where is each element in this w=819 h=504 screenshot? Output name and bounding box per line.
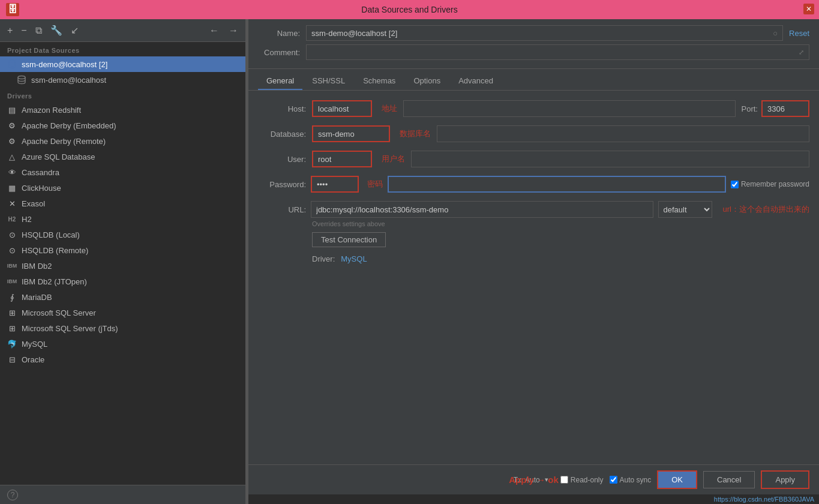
driver-apache-derby-remote[interactable]: ⚙ Apache Derby (Remote) — [0, 133, 245, 149]
datasource-icon-2 — [17, 75, 26, 85]
host-annotation: 地址 — [382, 103, 397, 114]
driver-h2[interactable]: H2 H2 — [0, 211, 245, 227]
driver-hsqldb-remote[interactable]: ⊙ HSQLDB (Remote) — [0, 242, 245, 258]
content-area: Host: 地址 Port: Database: 数据库名 User: — [248, 91, 819, 464]
url-label: URL: — [258, 205, 306, 214]
name-label: Name: — [258, 29, 300, 38]
driver-icon-derby-rem: ⚙ — [7, 136, 17, 146]
port-input[interactable] — [761, 100, 809, 117]
password-row: Password: 密码 Remember password — [258, 176, 809, 193]
driver-cassandra[interactable]: 👁 Cassandra — [0, 164, 245, 180]
add-button[interactable]: + — [5, 24, 15, 37]
user-input[interactable] — [312, 151, 372, 167]
user-row: User: 用户名 — [258, 151, 809, 167]
driver-mysql[interactable]: 🐬 MySQL — [0, 336, 245, 352]
driver-hsqldb-local[interactable]: ⊙ HSQLDB (Local) — [0, 227, 245, 242]
driver-icon-cassandra: 👁 — [7, 167, 17, 177]
password-input[interactable] — [311, 176, 359, 193]
autosync-checkbox[interactable] — [610, 476, 617, 484]
database-extra-input[interactable] — [437, 125, 809, 142]
copy-button[interactable]: ⧉ — [33, 24, 44, 37]
drivers-section: Drivers ▤ Amazon Redshift ⚙ Apache Derby… — [0, 88, 245, 485]
ok-button[interactable]: OK — [657, 470, 697, 489]
password-annotation: 密码 — [367, 179, 383, 190]
host-label: Host: — [258, 104, 306, 113]
user-label: User: — [258, 155, 306, 164]
drivers-section-header: Drivers — [0, 88, 245, 102]
port-label: Port: — [742, 104, 758, 113]
driver-label: Driver: — [312, 254, 335, 263]
driver-ibm-db2[interactable]: IBM IBM Db2 — [0, 258, 245, 274]
port-group: Port: — [742, 100, 809, 117]
driver-icon-hsqldb-local: ⊙ — [7, 230, 17, 239]
driver-exasol[interactable]: ✕ Exasol — [0, 196, 245, 211]
user-extra-input[interactable] — [411, 151, 809, 167]
remove-button[interactable]: − — [19, 24, 29, 37]
import-button[interactable]: ↙ — [68, 23, 81, 37]
tab-sshssl[interactable]: SSH/SSL — [304, 73, 353, 90]
driver-oracle[interactable]: ⊟ Oracle — [0, 352, 245, 367]
project-section-header: Project Data Sources — [0, 42, 245, 56]
host-input[interactable] — [312, 100, 372, 117]
tab-schemas[interactable]: Schemas — [355, 73, 404, 90]
driver-mariadb[interactable]: ∮ MariaDB — [0, 289, 245, 305]
overrides-text: Overrides settings above — [312, 220, 809, 227]
url-input[interactable] — [311, 201, 653, 218]
database-label: Database: — [258, 130, 306, 139]
remember-password-group: Remember password — [731, 180, 809, 188]
close-button[interactable]: ✕ — [803, 4, 814, 14]
driver-ibm-db2-jtopen[interactable]: IBM IBM Db2 (JTOpen) — [0, 274, 245, 289]
url-select[interactable]: default — [658, 201, 712, 218]
remember-password-label: Remember password — [741, 180, 809, 188]
readonly-label: Read-only — [571, 476, 604, 484]
driver-mssql[interactable]: ⊞ Microsoft SQL Server — [0, 305, 245, 320]
datasource-item[interactable]: ssm-demo@localhost — [0, 72, 245, 88]
apply-annotation: Apply → ok — [509, 475, 559, 485]
cancel-button[interactable]: Cancel — [703, 471, 755, 488]
driver-row: Driver: MySQL — [312, 254, 809, 263]
driver-icon-mysql: 🐬 — [7, 339, 17, 349]
action-bar: Apply → ok Tx: Auto ▾ Read-only Auto syn… — [248, 464, 819, 494]
driver-link[interactable]: MySQL — [341, 254, 367, 263]
nav-back-button[interactable]: ← — [207, 24, 221, 37]
datasource-item-selected[interactable]: ssm-demo@localhost [2] — [0, 56, 245, 72]
driver-icon-exasol: ✕ — [7, 199, 17, 208]
host-address-input[interactable] — [403, 100, 736, 117]
help-button[interactable]: ? — [7, 490, 18, 500]
name-input[interactable] — [311, 29, 773, 38]
driver-amazon-redshift[interactable]: ▤ Amazon Redshift — [0, 102, 245, 118]
name-row: Name: ○ Reset — [258, 25, 809, 41]
url-row: URL: default url：这个会自动拼出来的 — [258, 201, 809, 218]
driver-mssql-jtds[interactable]: ⊞ Microsoft SQL Server (jTds) — [0, 320, 245, 336]
password-label: Password: — [258, 180, 306, 189]
driver-icon-derby-emb: ⚙ — [7, 121, 17, 130]
driver-icon-mssql: ⊞ — [7, 308, 17, 317]
apply-button[interactable]: Apply — [761, 470, 809, 489]
driver-icon-redshift: ▤ — [7, 105, 17, 115]
password-main-input[interactable] — [388, 176, 726, 193]
datasource-icon — [7, 59, 17, 69]
test-connection-button[interactable]: Test Connection — [312, 232, 386, 247]
driver-apache-derby-embedded[interactable]: ⚙ Apache Derby (Embedded) — [0, 118, 245, 133]
driver-azure-sql[interactable]: △ Azure SQL Database — [0, 149, 245, 164]
name-expand-icon: ○ — [773, 29, 778, 38]
comment-input[interactable] — [311, 48, 799, 57]
title-bar: 🗄 Data Sources and Drivers ✕ — [0, 0, 819, 19]
driver-clickhouse[interactable]: ▦ ClickHouse — [0, 180, 245, 196]
tab-general[interactable]: General — [258, 73, 302, 90]
driver-icon-mariadb: ∮ — [7, 292, 17, 302]
driver-icon-hsqldb-remote: ⊙ — [7, 245, 17, 255]
readonly-checkbox[interactable] — [560, 476, 568, 484]
nav-forward-button[interactable]: → — [226, 24, 241, 37]
reset-button[interactable]: Reset — [789, 29, 809, 38]
footer-link[interactable]: https://blog.csdn.net/FBB360JAVA — [248, 494, 819, 504]
remember-password-checkbox[interactable] — [731, 181, 739, 188]
host-row: Host: 地址 Port: — [258, 100, 809, 117]
user-annotation: 用户名 — [382, 154, 405, 164]
readonly-group: Read-only — [560, 476, 604, 484]
settings-button[interactable]: 🔧 — [48, 23, 65, 37]
tab-options[interactable]: Options — [405, 73, 449, 90]
tab-advanced[interactable]: Advanced — [450, 73, 502, 90]
comment-row: Comment: ⤢ — [258, 44, 809, 60]
database-input[interactable] — [312, 125, 390, 142]
